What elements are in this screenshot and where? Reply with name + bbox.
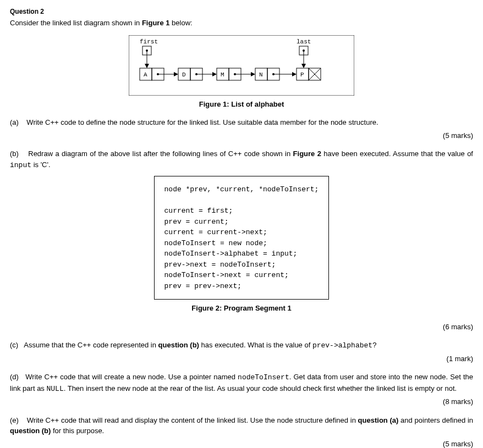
intro-pre: Consider the linked list diagram shown i…: [10, 19, 142, 27]
part-a-label: (a): [10, 118, 19, 126]
part-e-label: (e): [10, 416, 19, 424]
svg-marker-32: [292, 72, 297, 76]
part-e-bold2: question (b): [10, 427, 51, 435]
code-block: node *prev, *current, *nodeToInsert; cur…: [154, 176, 330, 300]
part-e-marks: (5 marks): [10, 439, 473, 449]
svg-rect-0: [129, 35, 354, 96]
part-d-pre: Write C++ code that will create a new no…: [25, 373, 238, 381]
last-label: last: [297, 38, 311, 45]
part-c-label: (c): [10, 341, 18, 349]
figure-1: first last A D M N: [10, 35, 473, 96]
part-c-code: prev->alphabet: [312, 341, 372, 350]
part-a-marks: (5 marks): [10, 130, 473, 141]
part-b-post: is 'C'.: [31, 161, 51, 169]
part-e-bold1: question (a): [358, 416, 399, 424]
intro-fig-ref: Figure 1: [142, 19, 170, 27]
first-label: first: [140, 38, 158, 45]
svg-marker-4: [145, 64, 149, 68]
svg-text:A: A: [144, 71, 147, 78]
part-e: (e) Write C++ code that will read and di…: [10, 415, 473, 436]
code-block-container: node *prev, *current, *nodeToInsert; cur…: [10, 176, 473, 300]
part-a-text: Write C++ code to define the node struct…: [26, 118, 378, 126]
part-b-label: (b): [10, 150, 19, 158]
svg-marker-14: [174, 72, 178, 76]
svg-text:M: M: [221, 71, 224, 78]
part-c-mid: has executed. What is the value of: [199, 341, 312, 349]
part-c-bold: question (b): [158, 341, 199, 349]
part-b-mid: have been executed. Assume that the valu…: [321, 150, 473, 158]
part-b-code: input: [10, 161, 31, 169]
intro-post: below:: [169, 19, 192, 27]
part-c: (c) Assume that the C++ code represented…: [10, 340, 473, 351]
part-c-post: ?: [372, 341, 376, 349]
part-e-post: for this purpose.: [51, 427, 104, 435]
part-d-code2: NULL: [46, 385, 63, 393]
intro-text: Consider the linked list diagram shown i…: [10, 18, 473, 29]
svg-text:N: N: [259, 71, 263, 78]
part-e-pre: Write C++ code that will read and displa…: [27, 416, 358, 424]
part-c-pre: Assume that the C++ code represented in: [24, 341, 158, 349]
linked-list-diagram: first last A D M N: [129, 35, 354, 96]
question-header: Question 2: [10, 7, 473, 16]
svg-marker-26: [251, 72, 255, 76]
part-b-marks: (6 marks): [10, 322, 473, 333]
part-d: (d) Write C++ code that will create a ne…: [10, 372, 473, 394]
part-b-fig-ref: Figure 2: [293, 150, 321, 158]
part-d-post: . Then insert the new node at the rear o…: [64, 384, 457, 392]
figure-1-caption: Figure 1: List of alphabet: [10, 99, 473, 110]
svg-text:P: P: [300, 71, 304, 78]
part-b: (b) Redraw a diagram of the above list a…: [10, 148, 473, 170]
part-a: (a) Write C++ code to define the node st…: [10, 117, 473, 128]
part-c-marks: (1 mark): [10, 353, 473, 364]
svg-marker-8: [301, 64, 306, 68]
part-d-marks: (8 marks): [10, 396, 473, 407]
svg-text:D: D: [182, 71, 186, 78]
part-d-code1: nodeToInsert: [238, 373, 289, 381]
figure-2-caption: Figure 2: Program Segment 1: [10, 303, 473, 314]
svg-marker-20: [212, 72, 217, 76]
part-e-mid: and pointers defined in: [398, 416, 473, 424]
part-b-pre: Redraw a diagram of the above list after…: [28, 150, 293, 158]
part-d-label: (d): [10, 373, 19, 381]
